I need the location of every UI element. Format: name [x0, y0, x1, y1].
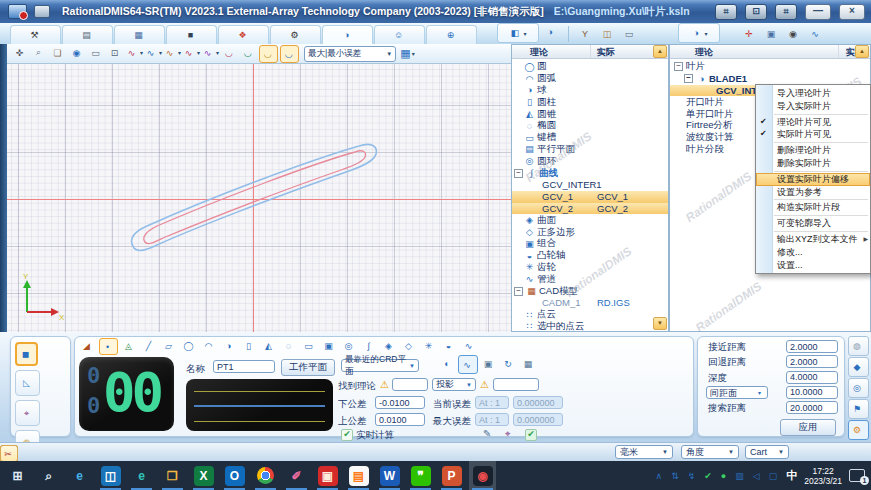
context-menu-item[interactable]: 修改...	[756, 246, 870, 259]
tree-item[interactable]: ◇ 正多边形	[512, 226, 668, 238]
tab-device[interactable]: ■	[166, 25, 217, 44]
curve-tool[interactable]: ∫	[361, 338, 378, 353]
window-button[interactable]: ▣	[762, 25, 782, 43]
tray-volume[interactable]: ◁	[753, 470, 762, 481]
screen-capture-tool[interactable]: ⊡	[107, 45, 124, 61]
tree-item[interactable]: ◈ 曲面	[512, 214, 668, 226]
tray-expand[interactable]: ∧	[656, 470, 665, 481]
tree-item[interactable]: − ◑ BLADE1	[670, 73, 870, 85]
tree-item[interactable]: ▣ 组合	[512, 238, 668, 250]
projection-dropdown[interactable]: 投影▼	[432, 378, 476, 391]
settings-strip-button[interactable]: ⚙	[848, 420, 869, 440]
tab-table[interactable]: ▦	[114, 25, 165, 44]
workplane-button[interactable]: 工作平面	[281, 359, 335, 376]
cube-menu-button[interactable]: ◧▾	[497, 23, 539, 43]
curve-blue-tool[interactable]: ◡	[280, 45, 299, 63]
pdf-reader-icon[interactable]: ▤	[345, 461, 372, 490]
close-button[interactable]: ×	[839, 4, 865, 20]
tray-display[interactable]: ▥	[735, 470, 746, 481]
cone-tool[interactable]: ◭	[261, 338, 278, 353]
tree-item[interactable]: ∷ 选中的点云	[512, 321, 668, 332]
surface-tool[interactable]: ◈	[381, 338, 398, 353]
basket-button[interactable]: ◫	[598, 25, 618, 43]
edge-icon[interactable]: e	[128, 461, 155, 490]
plane-tool[interactable]: ▱	[161, 338, 178, 353]
tray-network[interactable]: ▢	[769, 470, 780, 481]
feature-toggle[interactable]: ◖	[438, 355, 456, 372]
tray-wechat[interactable]: ●	[721, 470, 728, 481]
zoom-region-tool[interactable]: ⌕	[31, 45, 48, 61]
axis-button[interactable]: ✛	[740, 25, 760, 43]
tree-item[interactable]: − ▦ CAD模型	[512, 285, 668, 297]
rationaldmis-taskbar-icon[interactable]: ◉	[469, 461, 496, 490]
confirm-checkbox[interactable]: ✔	[525, 429, 537, 441]
param-input[interactable]	[786, 371, 838, 384]
context-menu-item[interactable]: 设置为参考	[756, 186, 870, 199]
plane-axis-tool[interactable]: ◬	[121, 338, 138, 353]
curve-yellow-tool[interactable]: ◡	[259, 45, 278, 63]
context-menu-item[interactable]: 设置...	[756, 259, 870, 272]
sphere-small-button[interactable]: ◑	[541, 23, 561, 41]
param-input[interactable]	[786, 401, 838, 414]
word-icon[interactable]: W	[376, 461, 403, 490]
internet-explorer-icon[interactable]: e	[66, 461, 93, 490]
context-menu-item[interactable]: 删除理论叶片	[756, 144, 870, 157]
probe-strip-button[interactable]: ◆	[848, 357, 869, 377]
polygon-tool[interactable]: ◇	[401, 338, 418, 353]
tray-usb[interactable]: ↯	[688, 470, 698, 481]
minimize-button[interactable]: —	[805, 4, 831, 20]
actual-column-header[interactable]: 实际	[597, 46, 615, 59]
tree-item[interactable]: − 叶片	[670, 61, 870, 73]
screen-button[interactable]: ▭	[620, 25, 640, 43]
scan-curve-tool[interactable]: ∿▾	[126, 45, 143, 61]
start-button[interactable]: ⊞	[4, 461, 31, 490]
theory-column-header[interactable]: 理论	[530, 46, 548, 59]
excel-icon[interactable]: X	[190, 461, 217, 490]
context-menu-item[interactable]: 可变轮廓导入	[756, 217, 870, 230]
chart-button[interactable]: ∿	[806, 25, 826, 43]
outlook-icon[interactable]: O	[221, 461, 248, 490]
pipe-tool[interactable]: ∿	[461, 338, 478, 353]
tree-item[interactable]: ▯ 圆柱	[512, 96, 668, 108]
crd-plane-dropdown[interactable]: 最靠近的CRD平面▼	[341, 359, 419, 372]
tab-media[interactable]: ⊕	[426, 25, 477, 44]
cam-tool[interactable]: ◒	[441, 338, 458, 353]
probe-compensation-tool[interactable]: ◢	[79, 338, 96, 353]
powerpoint-icon[interactable]: P	[438, 461, 465, 490]
feature-tree-header[interactable]: 理论 实际	[512, 45, 668, 59]
param-input[interactable]	[786, 355, 838, 368]
tab-probe[interactable]: ⚙	[270, 25, 321, 44]
theory-column-header[interactable]: 理论	[695, 46, 713, 59]
coordinate-dropdown[interactable]: Cart▼	[745, 445, 789, 459]
tab-colors[interactable]: ❖	[218, 25, 269, 44]
context-menu-item[interactable]: ✔ 实际叶片可见	[756, 128, 870, 141]
camera-button[interactable]: ◉	[784, 25, 804, 43]
security-app-icon[interactable]: ▣	[314, 461, 341, 490]
measure-mode-button[interactable]: ◼	[15, 342, 38, 366]
panel-toggle[interactable]: ▦	[520, 355, 538, 372]
flag-strip-button[interactable]: ⚑	[848, 399, 869, 419]
scroll-up-button[interactable]: ▲	[653, 45, 667, 58]
slot-tool[interactable]: ▭	[301, 338, 318, 353]
tree-item[interactable]: CADM_1 RD.IGS	[512, 297, 668, 309]
context-menu-item[interactable]: 删除实际叶片	[756, 157, 870, 170]
lower-tolerance-input[interactable]	[375, 396, 425, 409]
jogbox2-icon[interactable]: ⌗	[775, 4, 797, 20]
edit-pad-icon[interactable]: ✎	[483, 428, 491, 439]
tree-item[interactable]: ▤ 平行平面	[512, 144, 668, 156]
pan-tool[interactable]: ✜	[12, 45, 29, 61]
report-icon-button[interactable]: ▦▾	[399, 46, 416, 62]
tree-item[interactable]: ∷ 点云	[512, 309, 668, 321]
combine-tool[interactable]: ▣	[321, 338, 338, 353]
context-menu-item[interactable]: 构造实际叶片段	[756, 201, 870, 214]
curve-fit2-tool[interactable]: ◡	[240, 45, 257, 61]
context-menu-item[interactable]: 设置实际叶片偏移	[756, 173, 870, 186]
error-mode-dropdown[interactable]: 最大|最小误差▼	[304, 46, 396, 62]
probe-mini-icon[interactable]: ⌖	[505, 428, 511, 440]
cylinder-tool[interactable]: ▯	[241, 338, 258, 353]
projection-input[interactable]	[493, 378, 539, 391]
line-tool[interactable]: ╱	[141, 338, 158, 353]
curve-compare-tool[interactable]: ∿▾	[183, 45, 200, 61]
context-menu-item[interactable]: ✔ 理论叶片可见	[756, 116, 870, 129]
tab-measure[interactable]: ⚒	[10, 25, 61, 44]
